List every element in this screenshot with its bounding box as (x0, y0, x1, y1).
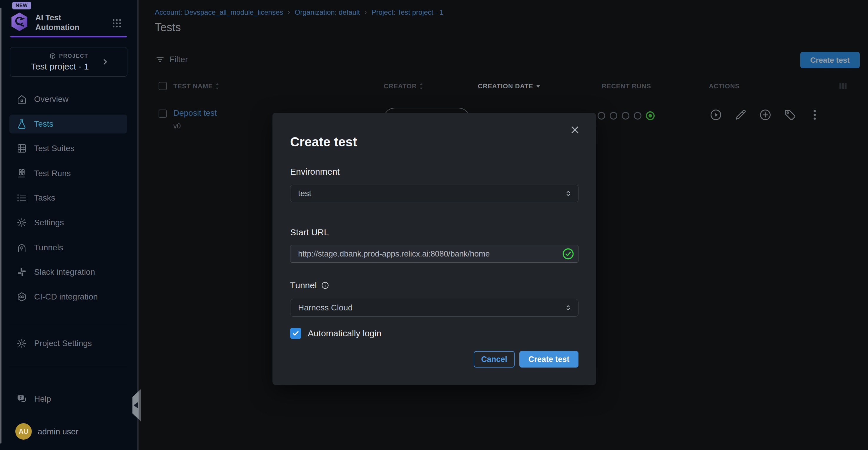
tunnel-label-text: Tunnel (290, 280, 317, 290)
auto-login-label: Automatically login (308, 328, 381, 338)
sidebar-item-test-runs[interactable]: Test Runs (9, 164, 127, 183)
start-url-input[interactable] (290, 245, 579, 263)
app-logo-icon (9, 11, 30, 32)
help-chat-icon: ? (17, 394, 27, 404)
sidebar-item-overview[interactable]: Overview (9, 90, 127, 109)
tunnel-label: Tunnel (290, 280, 329, 290)
project-selector[interactable]: PROJECT Test project - 1 (10, 47, 127, 77)
tunnel-select[interactable]: Harness Cloud (290, 299, 579, 317)
select-chevrons-icon (564, 304, 572, 312)
sidebar-item-label: Settings (34, 218, 64, 227)
project-card-name: Test project - 1 (10, 61, 110, 72)
sidebar-item-tests[interactable]: Tests (9, 115, 127, 133)
close-icon[interactable] (570, 124, 580, 135)
home-icon (17, 94, 27, 105)
sidebar-item-label: Tasks (34, 193, 55, 203)
sidebar-divider (9, 323, 127, 324)
environment-label: Environment (290, 167, 340, 177)
sidebar-item-label: Test Runs (34, 169, 71, 178)
sidebar-item-settings[interactable]: Settings (9, 213, 127, 232)
slack-icon (17, 267, 27, 277)
create-test-modal: Create test Environment test Start URL T… (273, 113, 596, 385)
sidebar-item-tasks[interactable]: Tasks (9, 189, 127, 207)
sidebar-item-help[interactable]: ? Help (9, 390, 127, 409)
avatar[interactable]: AU (15, 423, 32, 440)
grid-icon (17, 143, 27, 154)
checkbox-checked[interactable] (290, 328, 301, 339)
cicd-icon (17, 291, 27, 302)
flask-icon (17, 119, 27, 129)
window-edge-strip (0, 8, 1, 444)
gear-icon (17, 338, 27, 349)
modal-title: Create test (290, 135, 357, 149)
cancel-button[interactable]: Cancel (474, 351, 515, 368)
sidebar-item-label: CI-CD integration (34, 292, 98, 302)
sidebar-item-tunnels[interactable]: Tunnels (9, 238, 127, 257)
app-title: AI Test Automation (35, 13, 80, 32)
task-list-icon (17, 193, 27, 203)
cube-icon (49, 52, 56, 59)
environment-select[interactable]: test (290, 185, 579, 202)
sidebar-item-label: Test Suites (34, 144, 74, 153)
new-badge: NEW (12, 2, 31, 9)
gear-icon (17, 217, 27, 228)
info-icon[interactable] (321, 281, 329, 289)
valid-check-icon (562, 248, 575, 260)
modal-create-test-button[interactable]: Create test (519, 351, 579, 368)
apps-grid-icon[interactable] (111, 18, 122, 29)
module-accent-divider (10, 36, 127, 37)
sidebar-item-slack-integration[interactable]: Slack integration (9, 263, 127, 282)
svg-text:?: ? (20, 395, 22, 400)
sidebar-item-test-suites[interactable]: Test Suites (9, 139, 127, 158)
sidebar: NEW AI Test Automation PROJECT (0, 0, 137, 450)
sidebar-item-label: Overview (34, 94, 68, 104)
sidebar-item-label: Project Settings (34, 339, 92, 348)
tunnel-value: Harness Cloud (298, 303, 352, 312)
tunnel-icon (17, 243, 27, 253)
sidebar-item-label: Tests (34, 119, 53, 129)
environment-value: test (298, 189, 311, 198)
user-name[interactable]: admin user (38, 427, 79, 437)
select-chevrons-icon (564, 189, 572, 198)
sidebar-item-project-settings[interactable]: Project Settings (9, 334, 127, 353)
sidebar-divider (9, 366, 127, 366)
sidebar-item-cicd-integration[interactable]: CI-CD integration (9, 287, 127, 306)
chevron-right-icon (101, 58, 109, 66)
sidebar-item-label: Slack integration (34, 268, 95, 277)
test-tubes-icon (17, 168, 27, 179)
sidebar-item-label: Help (34, 394, 51, 404)
project-card-label: PROJECT (59, 53, 88, 59)
sidebar-item-label: Tunnels (34, 243, 63, 252)
auto-login-checkbox-row[interactable]: Automatically login (290, 328, 381, 339)
start-url-label: Start URL (290, 227, 329, 237)
